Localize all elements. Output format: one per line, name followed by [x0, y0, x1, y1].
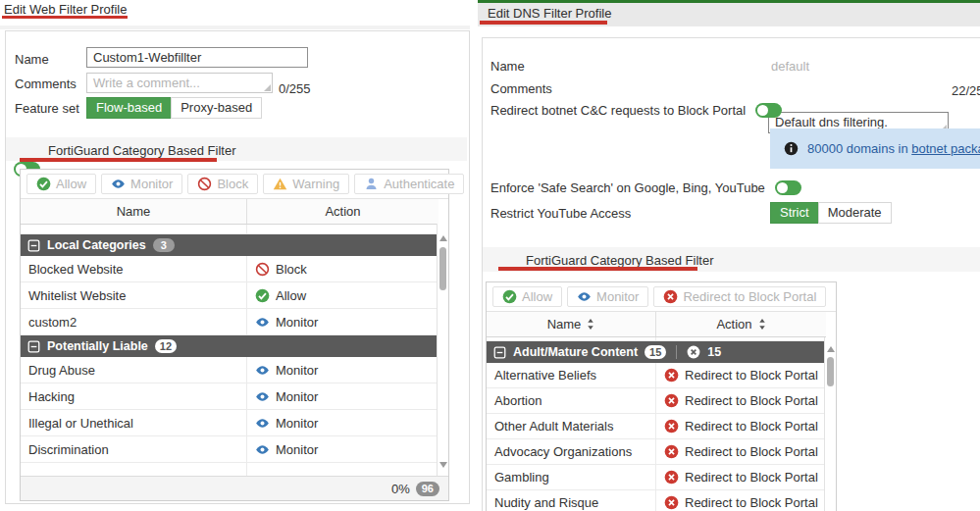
category-row-advocacy-organizations[interactable]: Advocacy OrganizationsRedirect to Block … [487, 439, 826, 465]
category-name: Blocked Website [28, 262, 124, 277]
category-name: custom2 [28, 315, 77, 330]
category-action-cell: Monitor [246, 410, 438, 435]
category-action-cell: Redirect to Block Portal [655, 439, 826, 464]
column-header-action[interactable]: Action [655, 312, 826, 336]
category-row-whitelist-website[interactable]: Whitelist WebsiteAllow [21, 282, 438, 309]
resize-grip-icon[interactable] [264, 84, 271, 91]
category-row-other-adult-materials[interactable]: Other Adult MaterialsRedirect to Block P… [487, 414, 826, 439]
table-cell [246, 463, 438, 477]
web-action-button-monitor[interactable]: Monitor [101, 174, 182, 194]
category-row-blocked-website[interactable]: Blocked WebsiteBlock [21, 256, 438, 282]
dns-comments-counter: 22/255 [952, 83, 980, 98]
category-row-hacking[interactable]: HackingMonitor [21, 383, 438, 410]
botnet-info-text: 80000 domains in [807, 141, 911, 156]
web-action-button-authenticate[interactable]: Authenticate [354, 174, 464, 194]
block-ban-icon [197, 177, 212, 191]
category-action-cell: Redirect to Block Portal [655, 414, 826, 438]
category-name: Illegal or Unethical [28, 416, 133, 431]
category-row-alternative-beliefs[interactable]: Alternative BeliefsRedirect to Block Por… [487, 363, 826, 388]
category-row-discrimination[interactable]: DiscriminationMonitor [21, 436, 438, 463]
web-action-button-block[interactable]: Block [187, 174, 258, 194]
web-name-input[interactable] [86, 47, 308, 68]
category-name-cell: custom2 [21, 309, 246, 334]
group-count-badge: 15 [645, 345, 666, 359]
category-name: Abortion [494, 393, 542, 408]
safesearch-toggle[interactable] [775, 180, 801, 195]
safesearch-label: Enforce 'Safe Search' on Google, Bing, Y… [490, 180, 765, 195]
category-row-nudity-and-risque[interactable]: Nudity and RisqueRedirect to Block Porta… [487, 490, 826, 511]
web-table-footer: 0% 96 [21, 476, 448, 500]
collapse-group-icon[interactable] [27, 239, 40, 252]
category-row-drug-abuse[interactable]: Drug AbuseMonitor [21, 357, 438, 383]
category-action-label: Redirect to Block Portal [685, 495, 818, 510]
category-row-abortion[interactable]: AbortionRedirect to Block Portal [487, 388, 826, 414]
web-feature-set-label: Feature set [15, 101, 79, 116]
dns-action-button-monitor[interactable]: Monitor [567, 286, 648, 307]
info-circle-icon [784, 141, 799, 156]
web-comments-input[interactable]: Write a comment... [86, 73, 273, 93]
category-group-row-local-categories[interactable]: Local Categories3 [21, 234, 438, 256]
scroll-down-icon[interactable] [439, 462, 447, 468]
web-name-label: Name [15, 52, 49, 67]
web-action-button-label: Authenticate [384, 177, 454, 191]
category-action-label: Redirect to Block Portal [685, 444, 818, 459]
category-action-cell: Block [246, 256, 438, 281]
category-action-cell: Redirect to Block Portal [655, 388, 826, 413]
sort-icon[interactable] [758, 319, 766, 330]
youtube-access-segmented: StrictModerate [770, 202, 892, 224]
group-name: Potentially Liable [47, 339, 148, 353]
category-action-label: Allow [276, 288, 306, 303]
botnet-package-link[interactable]: botnet package [911, 141, 980, 156]
dns-category-table: AllowMonitorRedirect to Block Portal Nam… [486, 281, 837, 511]
feature-set-option-flow-based[interactable]: Flow-based [86, 97, 172, 119]
web-table-rows: Local Categories3Blocked WebsiteBlockWhi… [21, 225, 438, 478]
category-action-label: Redirect to Block Portal [685, 470, 818, 485]
category-action-label: Monitor [276, 389, 318, 404]
web-table-toolbar: AllowMonitorBlockWarningAuthenticate [21, 170, 448, 199]
botnet-redirect-row: Redirect botnet C&C requests to Block Po… [490, 103, 782, 118]
category-row-gambling[interactable]: GamblingRedirect to Block Portal [487, 465, 826, 490]
category-name-cell: Discrimination [21, 436, 246, 462]
category-group-row-adult-mature-content[interactable]: Adult/Mature Content1515 [487, 341, 826, 363]
sort-icon[interactable] [587, 319, 594, 330]
column-header-name[interactable]: Name [487, 312, 655, 336]
safesearch-row: Enforce 'Safe Search' on Google, Bing, Y… [490, 180, 801, 195]
scroll-up-icon[interactable] [827, 346, 835, 352]
web-category-table: AllowMonitorBlockWarningAuthenticate Nam… [20, 169, 449, 501]
group-name: Local Categories [47, 238, 146, 252]
category-row-custom2[interactable]: custom2Monitor [21, 309, 438, 335]
category-action-label: Redirect to Block Portal [685, 393, 818, 408]
category-name: Hacking [28, 389, 75, 404]
monitor-eye-icon [577, 289, 592, 304]
monitor-eye-icon [255, 442, 270, 457]
scroll-up-icon[interactable] [439, 235, 447, 241]
scrollbar-thumb[interactable] [827, 357, 834, 386]
category-action-label: Monitor [276, 442, 318, 457]
web-action-button-allow[interactable]: Allow [26, 174, 96, 194]
dns-name-value[interactable]: default [771, 59, 809, 74]
category-action-label: Monitor [276, 315, 318, 330]
category-row-illegal-or-unethical[interactable]: Illegal or UnethicalMonitor [21, 410, 438, 436]
authenticate-person-icon [364, 177, 379, 191]
allow-check-icon [36, 177, 51, 191]
youtube-access-option-moderate[interactable]: Moderate [818, 202, 892, 224]
youtube-access-option-strict[interactable]: Strict [770, 202, 819, 224]
web-table-scrollbar[interactable] [437, 224, 448, 478]
category-group-row-potentially-liable[interactable]: Potentially Liable12 [21, 335, 438, 357]
category-action-label: Redirect to Block Portal [685, 368, 818, 383]
web-action-button-warning[interactable]: Warning [263, 174, 349, 194]
monitor-eye-icon [255, 315, 270, 330]
botnet-redirect-toggle[interactable] [755, 103, 782, 118]
web-fortiguard-underline [20, 158, 217, 162]
collapse-group-icon[interactable] [27, 340, 40, 353]
dns-table-scrollbar[interactable] [824, 337, 836, 511]
category-action-label: Block [276, 262, 307, 277]
collapse-group-icon[interactable] [493, 346, 506, 359]
feature-set-option-proxy-based[interactable]: Proxy-based [171, 97, 262, 119]
dns-action-button-redirect-to-block-portal[interactable]: Redirect to Block Portal [653, 286, 826, 307]
dns-action-button-allow[interactable]: Allow [492, 286, 562, 307]
scrollbar-thumb[interactable] [439, 247, 446, 290]
web-action-button-label: Warning [292, 177, 339, 191]
group-divider [676, 345, 677, 359]
web-table-header: NameAction [21, 199, 438, 225]
